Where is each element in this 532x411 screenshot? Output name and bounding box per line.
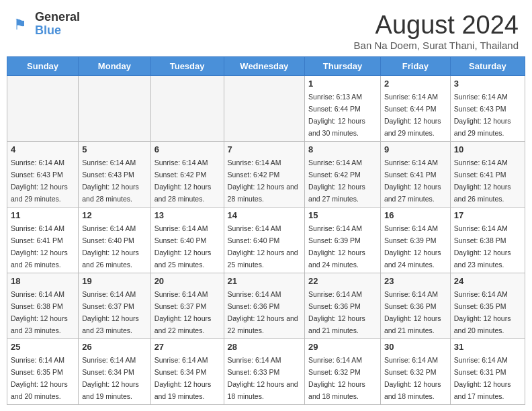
calendar-table: SundayMondayTuesdayWednesdayThursdayFrid… — [7, 56, 525, 405]
day-cell: 22Sunrise: 6:14 AMSunset: 6:36 PMDayligh… — [305, 273, 381, 339]
day-cell — [224, 76, 305, 142]
page-header: ⚑ General Blue August 2024 Ban Na Doem, … — [0, 0, 532, 56]
day-header-saturday: Saturday — [450, 57, 525, 76]
day-cell: 11Sunrise: 6:14 AMSunset: 6:41 PMDayligh… — [7, 208, 79, 273]
day-cell: 3Sunrise: 6:14 AMSunset: 6:43 PMDaylight… — [450, 76, 525, 142]
day-cell: 8Sunrise: 6:14 AMSunset: 6:42 PMDaylight… — [305, 142, 381, 208]
day-cell: 28Sunrise: 6:14 AMSunset: 6:33 PMDayligh… — [224, 339, 305, 405]
day-cell: 12Sunrise: 6:14 AMSunset: 6:40 PMDayligh… — [79, 208, 150, 273]
day-cell: 19Sunrise: 6:14 AMSunset: 6:37 PMDayligh… — [79, 273, 150, 339]
day-cell: 1Sunrise: 6:13 AMSunset: 6:44 PMDaylight… — [305, 76, 381, 142]
day-cell: 29Sunrise: 6:14 AMSunset: 6:32 PMDayligh… — [305, 339, 381, 405]
title-area: August 2024 Ban Na Doem, Surat Thani, Th… — [354, 11, 519, 51]
day-cell: 17Sunrise: 6:14 AMSunset: 6:38 PMDayligh… — [450, 208, 525, 273]
day-cell: 16Sunrise: 6:14 AMSunset: 6:39 PMDayligh… — [380, 208, 450, 273]
day-cell: 31Sunrise: 6:14 AMSunset: 6:31 PMDayligh… — [450, 339, 525, 405]
day-cell: 10Sunrise: 6:14 AMSunset: 6:41 PMDayligh… — [450, 142, 525, 208]
footer: Daylight hours — [0, 405, 532, 411]
day-cell — [150, 76, 224, 142]
day-cell: 2Sunrise: 6:14 AMSunset: 6:44 PMDaylight… — [380, 76, 450, 142]
day-header-monday: Monday — [79, 57, 150, 76]
day-cell: 23Sunrise: 6:14 AMSunset: 6:36 PMDayligh… — [380, 273, 450, 339]
day-cell: 13Sunrise: 6:14 AMSunset: 6:40 PMDayligh… — [150, 208, 224, 273]
day-cell: 15Sunrise: 6:14 AMSunset: 6:39 PMDayligh… — [305, 208, 381, 273]
day-cell: 27Sunrise: 6:14 AMSunset: 6:34 PMDayligh… — [150, 339, 224, 405]
day-cell: 18Sunrise: 6:14 AMSunset: 6:38 PMDayligh… — [7, 273, 79, 339]
day-cell: 20Sunrise: 6:14 AMSunset: 6:37 PMDayligh… — [150, 273, 224, 339]
day-header-wednesday: Wednesday — [224, 57, 305, 76]
day-cell: 24Sunrise: 6:14 AMSunset: 6:35 PMDayligh… — [450, 273, 525, 339]
day-cell — [79, 76, 150, 142]
day-cell: 7Sunrise: 6:14 AMSunset: 6:42 PMDaylight… — [224, 142, 305, 208]
day-cell: 25Sunrise: 6:14 AMSunset: 6:35 PMDayligh… — [7, 339, 79, 405]
day-cell — [7, 76, 79, 142]
logo-general: General — [35, 11, 80, 24]
day-cell: 9Sunrise: 6:14 AMSunset: 6:41 PMDaylight… — [380, 142, 450, 208]
svg-text:⚑: ⚑ — [13, 16, 27, 33]
day-header-thursday: Thursday — [305, 57, 381, 76]
day-header-friday: Friday — [380, 57, 450, 76]
day-cell: 30Sunrise: 6:14 AMSunset: 6:32 PMDayligh… — [380, 339, 450, 405]
logo-blue: Blue — [35, 24, 80, 38]
day-cell: 26Sunrise: 6:14 AMSunset: 6:34 PMDayligh… — [79, 339, 150, 405]
day-cell: 21Sunrise: 6:14 AMSunset: 6:36 PMDayligh… — [224, 273, 305, 339]
location: Ban Na Doem, Surat Thani, Thailand — [354, 40, 519, 51]
day-header-sunday: Sunday — [7, 57, 79, 76]
logo: ⚑ General Blue — [13, 11, 80, 38]
day-cell: 14Sunrise: 6:14 AMSunset: 6:40 PMDayligh… — [224, 208, 305, 273]
month-title: August 2024 — [354, 11, 519, 40]
day-header-tuesday: Tuesday — [150, 57, 224, 76]
day-cell: 6Sunrise: 6:14 AMSunset: 6:42 PMDaylight… — [150, 142, 224, 208]
day-cell: 5Sunrise: 6:14 AMSunset: 6:43 PMDaylight… — [79, 142, 150, 208]
day-cell: 4Sunrise: 6:14 AMSunset: 6:43 PMDaylight… — [7, 142, 79, 208]
logo-icon: ⚑ — [13, 15, 32, 34]
